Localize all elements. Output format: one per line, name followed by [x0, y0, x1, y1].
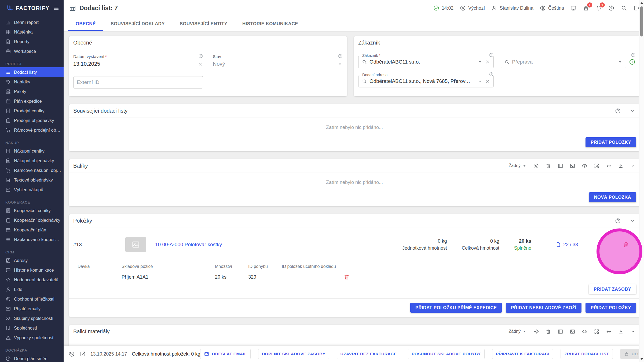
notifications-button[interactable]: 1 — [595, 5, 602, 11]
sidebar-item-nakupni-ceniky[interactable]: Nákupní ceníky — [0, 146, 64, 156]
sidebar-item-dodaci-listy[interactable]: Dodací listy — [0, 67, 64, 77]
posunout-skladove-pohyby-button[interactable]: POSUNOUT SKLADOVÉ POHYBY — [408, 349, 485, 359]
item-document-ref[interactable]: 22 / 33 — [555, 242, 578, 248]
issue-date-input[interactable]: 13.10.2025 — [73, 59, 203, 69]
arrows-horizontal-icon[interactable] — [606, 163, 612, 169]
logout-icon[interactable] — [633, 5, 640, 11]
caret-down-icon[interactable] — [477, 79, 483, 84]
sidebar-item-palety[interactable]: Palety — [0, 87, 64, 96]
trash-icon[interactable] — [546, 163, 551, 169]
caret-down-icon[interactable] — [617, 59, 623, 65]
sidebar-item-obchodni-prilezitosti[interactable]: Obchodní příležitosti — [0, 294, 64, 304]
pridat-polozky-button[interactable]: PŘIDAT POLOŽKY — [586, 303, 636, 313]
odeslat-email-button[interactable]: ODESLAT EMAIL — [200, 349, 251, 359]
sidebar-item-nabidky[interactable]: Nabídky — [0, 77, 64, 87]
sidebar-item-historie-komunikace[interactable]: Historie komunikace — [0, 265, 64, 275]
scrollbar-thumb[interactable] — [640, 6, 643, 36]
scroll-up-arrow-icon[interactable] — [641, 2, 643, 4]
clear-icon[interactable] — [485, 79, 490, 84]
chevron-down-icon[interactable] — [630, 329, 636, 334]
transport-autocomplete[interactable]: Přeprava — [501, 56, 626, 68]
table-columns-icon[interactable] — [558, 329, 563, 334]
add-transport-icon[interactable] — [629, 58, 636, 65]
sidebar-item-denni-report[interactable]: Denní report — [0, 17, 64, 27]
sidebar-item-hodnoceni-dodavatelu[interactable]: Hodnocení dodavatelů — [0, 275, 64, 285]
monitor-icon[interactable] — [570, 5, 577, 11]
item-product-link[interactable]: 10 00-A-000 Polotovar kostky — [155, 242, 222, 248]
user-menu[interactable]: Stanislav Dulina — [491, 5, 533, 11]
sidebar-item-denni-plan-smen[interactable]: Denní plán směn — [0, 354, 64, 362]
field-help-icon[interactable] — [198, 54, 203, 58]
customer-autocomplete[interactable]: Zákazník* OdběratelABC11 s.r.o. — [358, 56, 494, 68]
sidebar-item-prodejni-ceniky[interactable]: Prodejní ceníky — [0, 106, 64, 116]
sidebar-item-ramcove-prodejni-objed[interactable]: Rámcové prodejní objed... — [0, 125, 64, 135]
help-icon[interactable] — [615, 218, 621, 224]
new-package-button[interactable]: NOVÁ POLOŽKA — [589, 192, 636, 202]
fit-frame-icon[interactable] — [594, 163, 599, 169]
hamburger-menu-icon[interactable] — [53, 5, 59, 11]
sidebar-item-prijate-emaily[interactable]: Přijaté emaily — [0, 304, 64, 313]
table-columns-icon[interactable] — [558, 163, 563, 169]
doplnit-skladove-zasoby-button[interactable]: DOPLNIT SKLADOVÉ ZÁSOBY — [258, 349, 329, 359]
vertical-scrollbar[interactable] — [639, 0, 644, 362]
sidebar-item-nastenka[interactable]: Nástěnka — [0, 27, 64, 37]
image-icon[interactable] — [570, 163, 575, 169]
sidebar-item-skupiny-spolecnosti[interactable]: Skupiny společností — [0, 313, 64, 323]
tab-souvisejici-entity[interactable]: SOUVISEJÍCÍ ENTITY — [172, 16, 235, 31]
sidebar-item-prodejni-objednavky[interactable]: Prodejní objednávky — [0, 116, 64, 125]
sidebar-item-vypadky-spolecnosti[interactable]: Výpadky společností — [0, 333, 64, 342]
open-in-new-icon[interactable] — [79, 351, 86, 357]
field-help-icon[interactable] — [338, 54, 343, 58]
search-icon[interactable] — [621, 5, 627, 11]
field-help-icon[interactable] — [489, 53, 494, 57]
sidebar-item-kooperacni-plan[interactable]: Kooperační plán — [0, 225, 64, 235]
download-icon[interactable] — [618, 163, 624, 169]
pricing-scheme-selector[interactable]: Výchozí — [460, 5, 485, 11]
field-help-icon[interactable] — [489, 72, 494, 77]
pridat-neskladove-zbozi-button[interactable]: PŘIDAT NESKLADOVÉ ZBOŽÍ — [506, 303, 581, 313]
language-selector[interactable]: Čeština — [540, 5, 564, 11]
sidebar-item-ramcove-nakupni-objed[interactable]: Rámcové nákupní objed... — [0, 165, 64, 175]
sidebar-item-workspace[interactable]: Workspace — [0, 46, 64, 56]
scroll-down-arrow-icon[interactable] — [641, 358, 643, 360]
delete-item-icon[interactable] — [622, 241, 629, 248]
gear-icon[interactable] — [533, 329, 539, 334]
fit-frame-icon[interactable] — [594, 329, 599, 334]
chevron-down-icon[interactable] — [630, 163, 636, 169]
delivery-address-autocomplete[interactable]: Dodací adresa OdběratelABC11 s.r.o., Nov… — [358, 75, 494, 87]
gear-icon[interactable] — [533, 163, 539, 169]
zrusit-dodaci-list-button[interactable]: ZRUŠIT DODACÍ LIST — [561, 349, 613, 359]
sidebar-item-kooperacni-objednavky[interactable]: Kooperační objednávky — [0, 215, 64, 225]
sidebar-item-reporty[interactable]: Reporty — [0, 37, 64, 46]
toolbar-filter-select[interactable]: Žádný — [509, 163, 527, 168]
whats-new-button[interactable]: 1 — [583, 5, 589, 11]
uzavrit-bez-fakturace-button[interactable]: UZAVŘÍT BEZ FAKTURACE — [337, 349, 401, 359]
sidebar-item-vyhled-nakupu[interactable]: Výhled nákupů — [0, 185, 64, 194]
help-icon[interactable] — [608, 5, 614, 11]
clear-icon[interactable] — [485, 59, 490, 65]
pripravit-k-fakturaci-button[interactable]: PŘIPRAVIT K FAKTURACI — [492, 349, 553, 359]
toolbar-filter-select[interactable]: Žádný — [509, 329, 527, 334]
arrows-horizontal-icon[interactable] — [606, 329, 612, 334]
tab-historie-komunikace[interactable]: HISTORIE KOMUNIKACE — [235, 16, 306, 31]
field-help-icon[interactable] — [631, 53, 636, 57]
sidebar-item-nakupni-objednavky[interactable]: Nákupní objednávky — [0, 156, 64, 165]
tab-obecne[interactable]: OBECNÉ — [68, 16, 103, 31]
delete-stock-row-icon[interactable] — [343, 274, 350, 280]
sidebar-item-textove-objednavky[interactable]: Textové objednávky — [0, 175, 64, 185]
tab-souvisejici-doklady[interactable]: SOUVISEJÍCÍ DOKLADY — [103, 16, 172, 31]
eye-icon[interactable] — [582, 329, 587, 334]
pridat-polozku-prime-expedice-button[interactable]: PŘIDAT POLOŽKU PŘÍMÉ EXPEDICE — [410, 303, 502, 313]
eye-icon[interactable] — [582, 163, 587, 169]
sidebar-item-adresy[interactable]: Adresy — [0, 256, 64, 265]
caret-down-icon[interactable] — [477, 59, 483, 65]
help-icon[interactable] — [615, 108, 621, 114]
item-thumbnail[interactable] — [125, 237, 146, 252]
clear-icon[interactable] — [198, 61, 203, 67]
chevron-down-icon[interactable] — [630, 108, 636, 114]
download-icon[interactable] — [618, 329, 624, 334]
history-icon[interactable] — [68, 351, 75, 357]
sidebar-item-plan-expedice[interactable]: Plán expedice — [0, 96, 64, 106]
chevron-down-icon[interactable] — [630, 218, 636, 224]
sidebar-item-kooperacni-ceniky[interactable]: Kooperační ceníky — [0, 206, 64, 215]
